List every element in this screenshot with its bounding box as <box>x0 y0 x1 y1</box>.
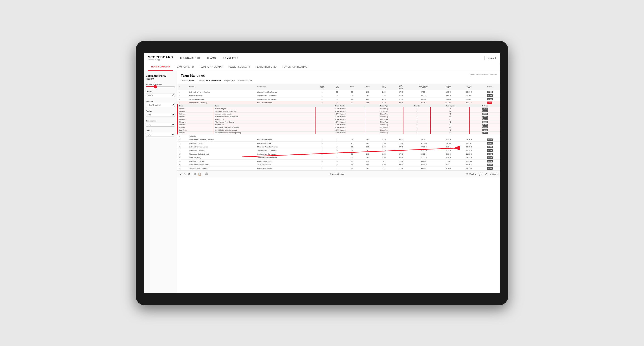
inner-rank-7: +0 <box>430 124 470 126</box>
paste-icon[interactable]: 📋 <box>198 173 201 176</box>
points-badge-18[interactable]: 83.07 <box>487 139 493 141</box>
points-badge-19[interactable]: 88.70 <box>487 142 493 145</box>
points-badge-25[interactable]: 83.89 <box>487 164 493 166</box>
top50-19: 29-27-2 <box>459 142 479 145</box>
sub-nav-player-summary[interactable]: PLAYER SUMMARY <box>226 63 253 71</box>
points-badge-1[interactable]: 97.02 <box>487 91 493 93</box>
inner-event-9: OFCC Fighting Illini Invitational <box>214 129 316 132</box>
pts-2[interactable]: 93.31 <box>479 94 500 97</box>
redo-icon[interactable]: ↪ <box>184 173 186 176</box>
pts-4[interactable]: 78.5 <box>479 101 500 105</box>
points-badge-26[interactable]: 88.94 <box>487 167 493 170</box>
right-panel: Team Standings Update time: 13/03/2024 1… <box>177 71 500 293</box>
table-row[interactable]: 2 Auburn University Southeastern Confere… <box>178 94 500 97</box>
nav-divider <box>484 56 485 60</box>
table-row[interactable]: 24 University of Oregon Pac-12 Conferenc… <box>178 160 500 163</box>
sign-out-button[interactable]: Sign out <box>487 57 496 59</box>
sidebar-conference-select[interactable]: (All) <box>146 123 175 127</box>
inner-table-row: Florida I... The Cypress Point Classic N… <box>178 121 500 124</box>
table-row-highlighted[interactable]: 4 Arizona State University Pac-12 Confer… <box>178 101 500 105</box>
pts-25[interactable]: 83.89 <box>479 163 500 167</box>
school-5: Texas T... <box>188 135 256 138</box>
sub-nav-team-h2h-grid[interactable]: TEAM H2H GRID <box>173 63 196 71</box>
sub-nav-team-h2h-heatmap[interactable]: TEAM H2H HEATMAP <box>196 63 226 71</box>
inner-table-row: Univers... Amer An Intercollegiate NCAA … <box>178 113 500 115</box>
pts-23[interactable]: 88.71 <box>479 156 500 160</box>
update-time: Update time: 13/03/2024 10:03:42 <box>470 74 497 76</box>
sidebar-region-select[interactable]: N/A <box>146 113 175 117</box>
table-row[interactable]: 18 University of California, Berkeley Pa… <box>178 138 500 142</box>
sidebar-gender-select[interactable]: Men's <box>146 93 175 97</box>
top25-5 <box>438 135 459 138</box>
comment-icon[interactable]: 💬 <box>479 173 482 176</box>
table-row[interactable]: 20 University of New Mexico Mountain Wes… <box>178 145 500 149</box>
view-mode-text[interactable]: View: Original <box>332 173 344 175</box>
col-conference: Conference <box>256 84 314 90</box>
points-badge-3[interactable]: 90.20 <box>487 98 493 100</box>
pts-24[interactable]: 88.54 <box>479 160 500 163</box>
sidebar-school-select[interactable]: (All) <box>146 133 175 137</box>
rank-21: 21 <box>178 149 188 152</box>
sub-nav-player-h2h-heatmap[interactable]: PLAYER H2H HEATMAP <box>279 63 311 71</box>
no-tour-24: 6 <box>330 160 344 163</box>
pts-19[interactable]: 88.70 <box>479 142 500 145</box>
nav-tournaments[interactable]: TOURNAMENTS <box>180 57 200 59</box>
info-icon[interactable]: ⓘ <box>205 172 208 176</box>
low-5 <box>409 135 438 138</box>
pts-26[interactable]: 88.94 <box>479 167 500 170</box>
expand-icon[interactable]: ⤢ <box>485 173 487 176</box>
sidebar-division-select[interactable]: NCAA Division I <box>146 103 175 107</box>
pts-22[interactable]: 83.41 <box>479 152 500 156</box>
adj-3: 2.73 <box>376 97 392 101</box>
pts-5[interactable] <box>479 135 500 138</box>
chevron-down-icon: ▾ <box>475 173 476 175</box>
inner-pts-5: 42.73 <box>470 118 500 121</box>
sub-nav-player-h2h-grid[interactable]: PLAYER H2H GRID <box>253 63 279 71</box>
points-badge-20[interactable]: 88.49 <box>487 146 493 148</box>
table-row[interactable]: 25 University of North Florida ASUN Conf… <box>178 163 500 167</box>
table-row[interactable]: 19 University of Texas Big 12 Conference… <box>178 142 500 145</box>
table-row[interactable]: 21 University of Alabama Southeastern Co… <box>178 149 500 152</box>
table-row[interactable]: 23 Duke University Atlantic Coast Confer… <box>178 156 500 160</box>
share-button[interactable]: ↗ Share <box>490 173 498 175</box>
points-badge-4[interactable]: 78.5 <box>487 102 492 104</box>
pts-3[interactable]: 90.20 <box>479 97 500 101</box>
copy-icon[interactable]: ⧉ <box>194 173 196 176</box>
inner-event-4: National Invitational Tournament <box>214 115 316 118</box>
points-badge-21[interactable]: 88.48 <box>487 149 493 152</box>
school-25: University of North Florida <box>188 163 256 167</box>
pts-21[interactable]: 88.48 <box>479 149 500 152</box>
points-badge-2[interactable]: 93.31 <box>487 94 493 97</box>
pts-18[interactable]: 83.07 <box>479 138 500 142</box>
rank-23: 23 <box>178 156 188 160</box>
inner-rnds-6: 3 <box>403 121 430 124</box>
table-row[interactable]: 3 Vanderbilt University Southeastern Con… <box>178 97 500 101</box>
reset-icon[interactable]: ↺ <box>188 173 190 176</box>
toolbar-left: ↩ ↪ ↺ ⧉ 📋 ⓘ <box>180 172 208 176</box>
undo-icon[interactable]: ↩ <box>180 173 182 176</box>
table-row[interactable]: 1 University of North Carolina Atlantic … <box>178 90 500 94</box>
points-badge-24[interactable]: 88.54 <box>487 160 493 163</box>
inner-table-row: Univers... Williams Cup NCAA Division I … <box>178 124 500 126</box>
rank-26: 26 <box>178 167 188 170</box>
pts-1[interactable]: 97.02 <box>479 90 500 94</box>
table-row[interactable]: 26 The Ohio State University Big Ten Con… <box>178 167 500 170</box>
nav-teams[interactable]: TEAMS <box>207 57 216 59</box>
top50-3: 46-5-0 <box>459 97 479 101</box>
no-tour-20: 8 <box>330 145 344 149</box>
pts-20[interactable]: 88.49 <box>479 145 500 149</box>
inner-type-7: Stroke Play <box>365 124 404 126</box>
points-badge-22[interactable]: 83.41 <box>487 153 493 155</box>
conf-23: Atlantic Coast Conference <box>256 156 314 160</box>
watch-button[interactable]: 👁 Watch ▾ <box>466 173 476 175</box>
table-row[interactable]: 5 Texas T... <box>178 135 500 138</box>
sub-nav-team-summary[interactable]: TEAM SUMMARY <box>148 63 173 71</box>
inner-div-7: NCAA Division I <box>316 124 365 126</box>
points-badge-23[interactable]: 88.71 <box>487 157 493 159</box>
conf-rank-20: 1 <box>314 145 330 149</box>
conf-rank-2: 1 <box>314 94 330 97</box>
min-rounds-slider[interactable] <box>146 86 175 87</box>
table-row[interactable]: 22 Mississippi State University Southeas… <box>178 152 500 156</box>
nav-committee[interactable]: COMMITTEE <box>222 57 238 59</box>
inner-table-row: Univers... National Invitational Tournam… <box>178 115 500 118</box>
